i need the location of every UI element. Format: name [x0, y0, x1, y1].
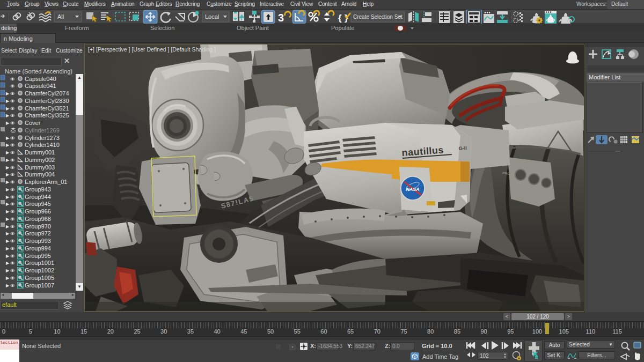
svg-text:All: All	[57, 13, 64, 20]
svg-text:{: {	[338, 13, 342, 23]
svg-text:G-II: G-II	[458, 145, 467, 151]
svg-text:Create Selection Set: Create Selection Set	[353, 14, 402, 20]
svg-text:3: 3	[278, 12, 284, 24]
svg-text:Modifier List: Modifier List	[589, 74, 620, 80]
svg-text:NASA: NASA	[406, 187, 420, 192]
svg-text:Local: Local	[205, 13, 219, 20]
svg-text:[+] [Perspective ] [User Defi: [+] [Perspective ] [User Defined ] [Defa…	[88, 46, 216, 53]
